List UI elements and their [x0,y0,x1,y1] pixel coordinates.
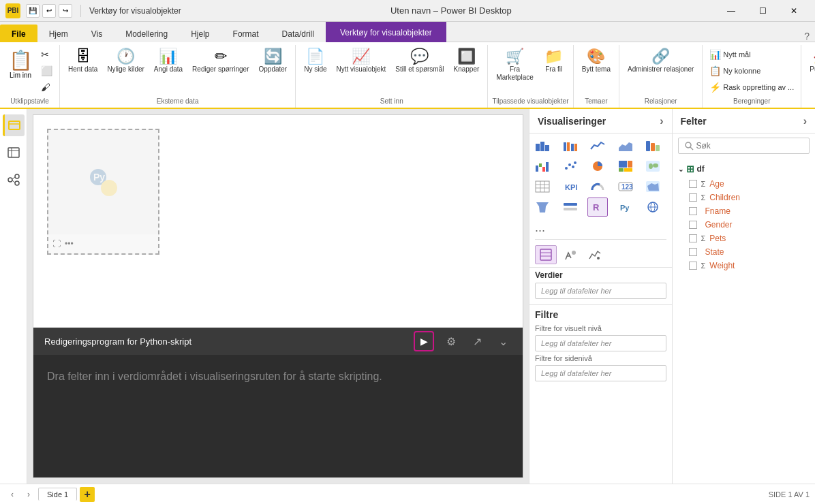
get-data-button[interactable]: 🗄 Hent data [64,46,102,76]
tab-hjem[interactable]: Hjem [37,25,80,42]
viz-gauge[interactable] [587,177,608,196]
minimize-button[interactable]: — [716,0,747,22]
field-checkbox-pets[interactable] [689,234,697,242]
from-file-button[interactable]: 📁 Fra fil [539,46,569,76]
manage-relations-button[interactable]: 🔗 Administrer relasjoner [624,46,698,76]
help-icon[interactable]: ? [804,31,810,42]
field-checkbox-gender[interactable] [689,221,697,229]
visual-filter-drop-zone[interactable]: Legg til datafelter her [535,335,666,351]
format-tab[interactable] [559,245,581,264]
values-drop-zone[interactable]: Legg til datafelter her [535,283,666,299]
field-item-fname[interactable]: Fname [673,204,816,218]
search-input[interactable] [696,141,804,151]
viz-map[interactable] [643,157,663,176]
viz-kpi[interactable]: KPI [560,177,581,196]
nav-model[interactable] [3,169,25,191]
switch-theme-button[interactable]: 🎨 Bytt tema [578,46,615,76]
viz-pie[interactable] [587,157,608,176]
viz-funnel[interactable] [532,198,553,217]
field-item-state[interactable]: State [673,245,816,259]
field-checkbox-state[interactable] [689,248,697,256]
field-checkbox-fname[interactable] [689,207,697,215]
quick-access-toolbar[interactable]: 💾 ↩ ↪ [26,4,72,18]
field-item-age[interactable]: Σ Age [673,177,816,191]
tab-vis[interactable]: Vis [80,25,114,42]
redo-btn[interactable]: ↪ [59,4,72,18]
cut-button[interactable]: ✂ [38,48,55,61]
add-page-button[interactable]: + [80,487,95,502]
new-measure-button[interactable]: 📊 Nytt mål [707,48,797,61]
settings-button[interactable]: ⚙ [442,332,460,350]
recent-sources-button[interactable]: 🕐 Nylige kilder [103,46,148,76]
marketplace-button[interactable]: 🛒 FraMarketplace [492,46,537,84]
undo-btn[interactable]: ↩ [42,4,56,18]
enter-data-button[interactable]: 📊 Angi data [150,46,187,76]
page-tab-1[interactable]: Side 1 [38,488,77,501]
field-checkbox-weight[interactable] [689,262,697,270]
run-script-button[interactable]: ▶ [414,331,434,351]
fields-tab[interactable] [535,245,557,264]
copy-button[interactable]: ⬜ [38,64,55,78]
field-group-df[interactable]: ⌄ ⊞ df [673,161,816,177]
fields-panel-expand-icon[interactable]: › [803,115,807,127]
field-item-children[interactable]: Σ Children [673,191,816,204]
quick-create-button[interactable]: ⚡ Rask oppretting av ... [707,80,797,94]
viz-area[interactable] [615,136,636,155]
visual-expand-icon[interactable]: ⛶ [52,239,61,249]
maximize-button[interactable]: ☐ [747,0,778,22]
viz-waterfall[interactable] [532,157,553,176]
more-visuals-button[interactable]: ... [529,219,672,236]
field-item-weight[interactable]: Σ Weight [673,259,816,272]
viz-r-script[interactable]: R [587,198,608,217]
field-item-gender[interactable]: Gender [673,218,816,232]
page-filter-drop-zone[interactable]: Legg til datafelter her [535,365,666,381]
field-checkbox-children[interactable] [689,193,697,202]
page-prev-button[interactable]: ‹ [5,488,19,501]
new-page-button[interactable]: 📄 Ny side [300,46,330,76]
visual-container[interactable]: Py ⛶ ••• [47,129,159,255]
publish-button[interactable]: 🚀 Publiser [805,46,815,76]
window-title: Uten navn – Power BI Desktop [187,5,716,16]
tab-format[interactable]: Format [221,25,271,42]
qa-button[interactable]: 💬 Still et spørsmål [391,46,448,76]
field-checkbox-age[interactable] [689,180,697,188]
expand-editor-button[interactable]: ↗ [468,332,486,350]
viz-globe[interactable] [643,198,663,217]
new-visual-button[interactable]: 📈 Nytt visualobjekt [333,46,390,76]
format-painter-button[interactable]: 🖌 [38,80,55,94]
viz-matrix[interactable] [532,177,553,196]
save-btn[interactable]: 💾 [26,4,40,18]
close-button[interactable]: ✕ [778,0,810,22]
new-column-button[interactable]: 📋 Ny kolonne [707,64,797,78]
viz-slicer[interactable] [560,198,581,217]
viz-panel-expand-icon[interactable]: › [660,115,663,127]
window-controls[interactable]: — ☐ ✕ [716,0,810,22]
analytics-tab[interactable] [584,245,606,264]
viz-scatter[interactable] [560,157,581,176]
tab-modellering[interactable]: Modellering [114,25,179,42]
tab-verktoy[interactable]: Verktøy for visualobjekter [326,22,446,42]
canvas-page[interactable]: Py ⛶ ••• Kjør skript-knapp ↙ Redi [33,114,523,478]
fields-search-box[interactable] [678,138,810,154]
collapse-editor-button[interactable]: ⌄ [494,332,512,350]
viz-clustered-bar[interactable] [560,136,581,155]
paste-button[interactable]: 📋 Lim inn [4,46,37,82]
tab-datadrill[interactable]: Data/drill [271,25,326,42]
viz-ribbon[interactable] [643,136,663,155]
edit-queries-button[interactable]: ✏ Rediger spørringer [188,46,253,76]
tab-file[interactable]: File [0,25,37,42]
viz-treemap[interactable] [615,157,636,176]
buttons-button[interactable]: 🔲 Knapper [449,46,483,76]
nav-data[interactable] [3,142,25,163]
viz-filled-map[interactable] [643,177,663,196]
viz-card[interactable]: 123 [615,177,636,196]
viz-python-script[interactable]: Py [615,198,636,217]
viz-line[interactable] [587,136,608,155]
refresh-button[interactable]: 🔄 Oppdater [254,46,291,76]
tab-hjelp[interactable]: Hjelp [179,25,221,42]
visual-more-icon[interactable]: ••• [65,239,74,249]
page-next-button[interactable]: › [22,488,35,501]
field-item-pets[interactable]: Σ Pets [673,232,816,245]
nav-report[interactable] [3,114,25,136]
viz-stacked-bar[interactable] [532,136,553,155]
